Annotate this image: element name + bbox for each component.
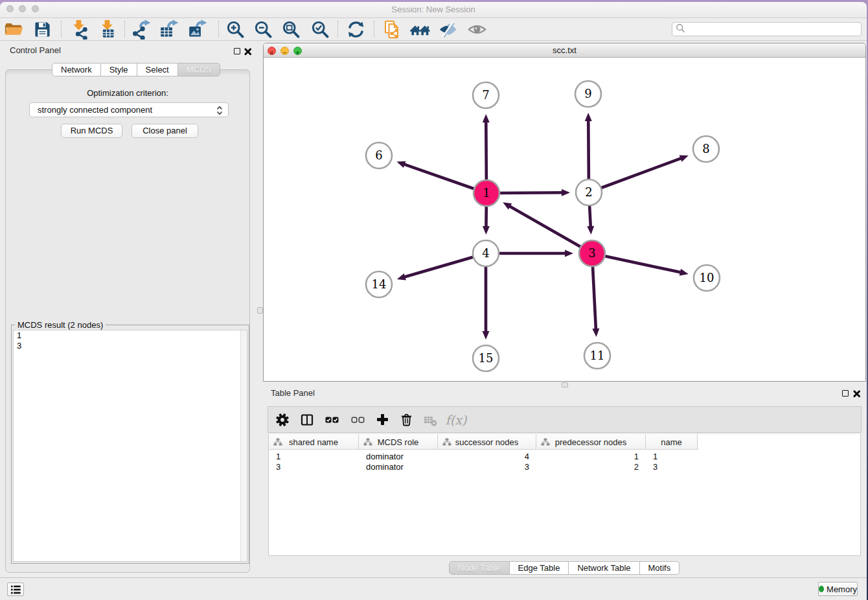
graph-node-14[interactable]: 14	[366, 271, 392, 297]
unselect-all-columns-button[interactable]	[348, 407, 367, 432]
edge-3-1[interactable]	[509, 206, 592, 253]
result-scrollbar[interactable]	[240, 330, 247, 561]
zoom-in-button[interactable]	[224, 19, 246, 39]
graph-node-15[interactable]: 15	[473, 345, 499, 371]
graph-node-10[interactable]: 10	[694, 265, 720, 291]
network-canvas[interactable]: 1 2 3 4 6 7 8 9 10 11 14 15	[264, 58, 865, 381]
unchecked-boxes-icon	[351, 413, 365, 426]
search-input[interactable]	[672, 22, 862, 36]
mcds-result-item[interactable]: 1	[14, 330, 247, 341]
network-window-titlebar[interactable]: scc.txt	[264, 43, 865, 58]
table-panel-float-button[interactable]	[842, 390, 849, 397]
mcds-result-list[interactable]: 13	[13, 330, 247, 562]
edge-arrow-3-10	[680, 269, 689, 276]
column-header-shared-name[interactable]: shared name	[269, 434, 359, 450]
graph-node-9[interactable]: 9	[575, 81, 601, 107]
edge-arrow-2-3	[587, 226, 594, 235]
new-network-from-selection-button[interactable]	[381, 19, 403, 39]
node-label: 4	[482, 246, 489, 260]
table-cell: 3	[269, 462, 359, 472]
tab-mcds[interactable]: MCDS	[178, 63, 220, 76]
table-tab-network-table[interactable]: Network Table	[569, 561, 639, 575]
task-history-button[interactable]	[7, 583, 24, 596]
show-all-button[interactable]	[466, 19, 488, 39]
first-neighbors-button[interactable]	[409, 19, 431, 39]
save-session-button[interactable]	[31, 19, 53, 39]
window-title: Session: New Session	[0, 5, 867, 14]
vertical-splitter-handle[interactable]	[257, 307, 263, 314]
hide-selected-button[interactable]	[437, 19, 459, 39]
tab-network[interactable]: Network	[52, 63, 101, 76]
graph-node-11[interactable]: 11	[584, 343, 610, 369]
run-mcds-button[interactable]: Run MCDS	[61, 124, 122, 138]
column-label: shared name	[289, 437, 338, 447]
table-tab-node-table[interactable]: Node Table	[449, 561, 510, 575]
edge-arrow-3-11	[592, 329, 599, 337]
function-builder-button: f(x)	[446, 407, 466, 432]
column-label: MCDS role	[378, 437, 419, 447]
open-file-button[interactable]	[3, 19, 25, 39]
show-column-panel-button[interactable]	[297, 407, 317, 432]
node-label: 1	[483, 186, 490, 200]
open-folder-icon	[4, 19, 24, 40]
table-row[interactable]: 1dominator411	[269, 452, 860, 462]
import-table-button[interactable]	[96, 19, 118, 39]
zoom-out-button[interactable]	[252, 19, 274, 39]
export-image-button[interactable]	[187, 19, 209, 39]
column-header-successor-nodes[interactable]: successor nodes	[438, 434, 536, 450]
tab-select[interactable]: Select	[137, 63, 178, 76]
control-panel-close-button[interactable]	[244, 47, 252, 54]
column-label: successor nodes	[455, 437, 519, 447]
horizontal-splitter-handle[interactable]	[562, 382, 568, 387]
memory-status-dot	[819, 586, 824, 592]
memory-button[interactable]: Memory	[818, 582, 858, 596]
status-bar: Memory	[0, 577, 867, 600]
mcds-result-item[interactable]: 3	[14, 341, 247, 351]
table-tab-motifs[interactable]: Motifs	[640, 561, 680, 575]
graph-node-7[interactable]: 7	[473, 82, 499, 108]
column-header-MCDS-role[interactable]: MCDS role	[359, 434, 438, 450]
edge-arrow-1-6	[396, 161, 405, 168]
checked-boxes-icon	[325, 413, 339, 426]
org-chart-icon	[273, 438, 282, 448]
select-all-columns-button[interactable]	[322, 407, 341, 432]
export-network-button[interactable]	[130, 19, 152, 39]
toolbar-separator	[374, 21, 374, 38]
table-options-button[interactable]	[273, 407, 292, 432]
criterion-select[interactable]: strongly connected component	[29, 102, 229, 117]
edge-2-8[interactable]	[589, 158, 681, 192]
create-column-button[interactable]	[372, 407, 392, 432]
import-network-button[interactable]	[67, 19, 89, 39]
graph-node-1[interactable]: 1	[474, 180, 499, 206]
column-header-name[interactable]: name	[646, 434, 698, 450]
control-panel-float-button[interactable]	[234, 48, 240, 54]
table-cell: 3	[646, 462, 698, 472]
table-panel-close-button[interactable]	[853, 389, 861, 397]
graph-node-3[interactable]: 3	[579, 240, 605, 266]
node-label: 6	[375, 148, 382, 162]
node-label: 7	[482, 88, 489, 102]
export-table-button[interactable]	[158, 19, 180, 39]
export-network-icon	[131, 19, 152, 40]
graph-node-4[interactable]: 4	[473, 240, 499, 266]
table-tab-edge-table[interactable]: Edge Table	[510, 561, 569, 575]
zoom-selected-button[interactable]	[309, 19, 331, 39]
eye-icon	[467, 19, 487, 40]
toolbar-separator	[337, 21, 338, 38]
graph-node-6[interactable]: 6	[366, 143, 392, 168]
main-toolbar	[0, 18, 867, 41]
close-panel-button[interactable]: Close panel	[131, 124, 198, 138]
refresh-icon	[346, 19, 366, 40]
zoom-fit-button[interactable]	[280, 19, 302, 39]
graph-node-2[interactable]: 2	[576, 179, 602, 205]
tab-style[interactable]: Style	[101, 63, 137, 76]
table-panel-title: Table Panel	[271, 388, 315, 398]
column-header-predecessor-nodes[interactable]: predecessor nodes	[536, 434, 646, 450]
delete-columns-button[interactable]	[396, 407, 416, 432]
table-header: shared name MCDS role successor nodes pr…	[269, 434, 698, 450]
fx-icon: f(x)	[446, 413, 467, 427]
search-icon	[676, 23, 685, 36]
apply-layout-button[interactable]	[345, 19, 367, 39]
table-row[interactable]: 3dominator323	[269, 462, 860, 472]
graph-node-8[interactable]: 8	[693, 136, 719, 162]
